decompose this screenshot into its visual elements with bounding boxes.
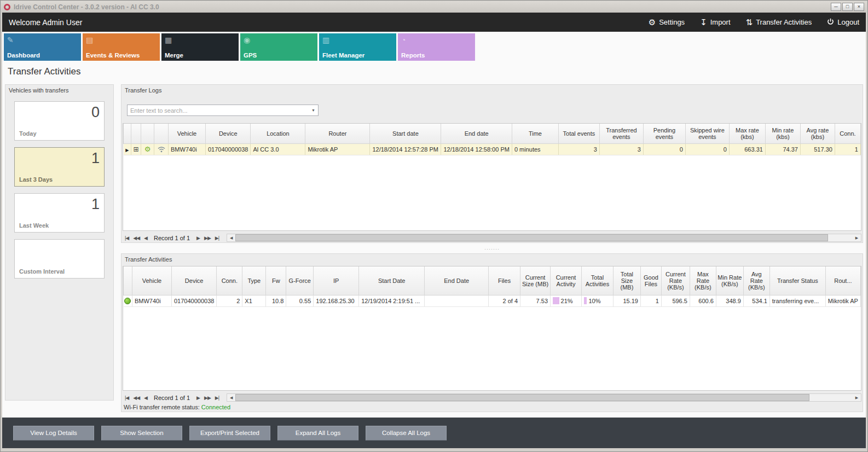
col-end-date[interactable]: End Date (425, 266, 489, 295)
pager-last-icon[interactable]: ▶| (213, 235, 221, 241)
col-transfer-status[interactable]: Transfer Status (769, 266, 825, 295)
col-current-activity[interactable]: Current Activity (551, 266, 582, 295)
col-good-files[interactable]: Good Files (640, 266, 661, 295)
col-g-force[interactable]: G-Force (286, 266, 314, 295)
col-start-date[interactable]: Start date (370, 124, 441, 143)
transfer-activities-pager: |◀ ◀◀ ◀ Record 1 of 1 ▶ ▶▶ ▶| ◀ ▶ (123, 393, 861, 402)
tile-merge[interactable]: ▦ Merge (161, 33, 239, 61)
cell-end-date (425, 295, 489, 306)
col-min-rate[interactable]: Min rate (kbs) (765, 124, 800, 143)
panel-splitter[interactable]: ······· (121, 244, 863, 253)
minimize-button[interactable]: ─ (831, 3, 841, 11)
scrollbar-thumb[interactable] (235, 394, 809, 401)
col-vehicle[interactable]: Vehicle (169, 124, 206, 143)
col-max-rate[interactable]: Max Rate (KB/s) (690, 266, 716, 295)
collapse-all-logs-button[interactable]: Collapse All Logs (366, 426, 447, 441)
chevron-down-icon[interactable]: ▼ (309, 108, 318, 112)
col-location[interactable]: Location (251, 124, 305, 143)
col-current-size[interactable]: Current Size (MB) (520, 266, 551, 295)
scrollbar-track[interactable] (235, 394, 853, 401)
card-last-3-days[interactable]: 1 Last 3 Days (14, 147, 105, 187)
pager-next-icon[interactable]: ▶ (194, 395, 202, 401)
scroll-left-icon[interactable]: ◀ (227, 234, 235, 241)
tile-fleet-manager[interactable]: ▥ Fleet Manager (319, 33, 396, 61)
expand-all-logs-button[interactable]: Expand All Logs (277, 426, 358, 441)
pager-next-icon[interactable]: ▶ (194, 235, 202, 241)
progress-bar-fill (584, 297, 587, 304)
scroll-right-icon[interactable]: ▶ (853, 394, 861, 401)
pager-next-page-icon[interactable]: ▶▶ (202, 235, 213, 241)
col-vehicle[interactable]: Vehicle (132, 266, 171, 295)
merge-road-icon: ▦ (165, 36, 172, 44)
col-total-size[interactable]: Total Size (MB) (613, 266, 640, 295)
logout-button[interactable]: Logout (827, 18, 859, 26)
col-total-activities[interactable]: Total Activities (581, 266, 613, 295)
pager-prev-icon[interactable]: ◀ (142, 235, 149, 241)
cell-g-force: 0.55 (286, 295, 314, 306)
col-start-date[interactable]: Start Date (359, 266, 425, 295)
card-last-week[interactable]: 1 Last Week (14, 193, 105, 233)
pager-first-icon[interactable]: |◀ (123, 395, 131, 401)
cell-location: Al CC 3.0 (251, 143, 305, 155)
col-router[interactable]: Rout... (825, 266, 860, 295)
col-router[interactable]: Router (305, 124, 370, 143)
expand-row-icon[interactable]: ⊞ (133, 146, 138, 153)
tile-gps[interactable]: ◉ GPS (240, 33, 317, 61)
settings-button[interactable]: ⚙ Settings (649, 18, 685, 26)
power-icon (827, 18, 834, 26)
pager-next-page-icon[interactable]: ▶▶ (202, 395, 213, 401)
col-pending-events[interactable]: Pending events (643, 124, 685, 143)
col-device[interactable]: Device (206, 124, 251, 143)
col-end-date[interactable]: End date (441, 124, 512, 143)
col-time[interactable]: Time (512, 124, 558, 143)
col-files[interactable]: Files (489, 266, 520, 295)
pager-prev-page-icon[interactable]: ◀◀ (131, 395, 142, 401)
col-type[interactable]: Type (242, 266, 266, 295)
col-device[interactable]: Device (171, 266, 216, 295)
export-print-selected-button[interactable]: Export/Print Selected (189, 426, 270, 441)
col-transferred-events[interactable]: Transferred events (599, 124, 643, 143)
tile-events-reviews[interactable]: ▤ Events & Reviews (83, 33, 160, 61)
col-min-rate[interactable]: Min Rate (KB/s) (716, 266, 743, 295)
scroll-left-icon[interactable]: ◀ (227, 394, 235, 401)
view-log-details-button[interactable]: View Log Details (13, 426, 94, 441)
pager-prev-icon[interactable]: ◀ (142, 395, 149, 401)
scrollbar-track[interactable] (235, 234, 853, 241)
col-current-rate[interactable]: Current Rate (KB/s) (661, 266, 690, 295)
card-today[interactable]: 0 Today (14, 101, 105, 141)
cell-end-date: 12/18/2014 12:58:00 PM (441, 143, 512, 155)
show-selection-button[interactable]: Show Selection (101, 426, 182, 441)
tile-reports[interactable]: ◔ Reports (398, 33, 475, 61)
row-indicator-icon: ▶ (125, 148, 129, 153)
maximize-button[interactable]: □ (842, 3, 853, 11)
scrollbar-thumb[interactable] (235, 234, 828, 241)
transfer-activity-row[interactable]: BMW740i 017040000038 2 X1 10.8 0.55 192.… (124, 295, 861, 306)
horizontal-scrollbar[interactable]: ◀ ▶ (227, 234, 861, 242)
search-input[interactable] (128, 107, 309, 114)
tile-dashboard[interactable]: ✎ Dashboard (4, 33, 81, 61)
col-conn[interactable]: Conn. (835, 124, 860, 143)
col-fw[interactable]: Fw (266, 266, 286, 295)
col-skipped-wire-events[interactable]: Skipped wire events (685, 124, 729, 143)
horizontal-scrollbar[interactable]: ◀ ▶ (227, 393, 861, 402)
pager-prev-page-icon[interactable]: ◀◀ (131, 235, 142, 241)
col-avg-rate[interactable]: Avg rate (kbs) (800, 124, 835, 143)
cell-total-size: 15.19 (613, 295, 640, 306)
col-max-rate[interactable]: Max rate (kbs) (729, 124, 765, 143)
settings-label: Settings (659, 18, 685, 26)
logout-label: Logout (837, 18, 859, 26)
col-ip[interactable]: IP (314, 266, 359, 295)
card-custom-interval[interactable]: Custom Interval (14, 239, 105, 279)
col-avg-rate[interactable]: Avg Rate (KB/s) (743, 266, 769, 295)
close-button[interactable]: × (854, 3, 864, 11)
pager-first-icon[interactable]: |◀ (123, 235, 131, 241)
pager-last-icon[interactable]: ▶| (213, 395, 221, 401)
scroll-right-icon[interactable]: ▶ (853, 234, 861, 241)
import-button[interactable]: ↧ Import (700, 18, 730, 26)
col-conn[interactable]: Conn. (217, 266, 242, 295)
search-combo: ▼ (127, 105, 319, 116)
transfer-log-row[interactable]: ▶ ⊞ ⚙ BMW740i 017040000038 Al CC 3.0 Mik… (124, 143, 861, 155)
col-total-events[interactable]: Total events (558, 124, 599, 143)
transfer-activities-button[interactable]: ⇅ Transfer Activities (746, 18, 812, 26)
gears-icon: ⚙ (649, 18, 656, 26)
